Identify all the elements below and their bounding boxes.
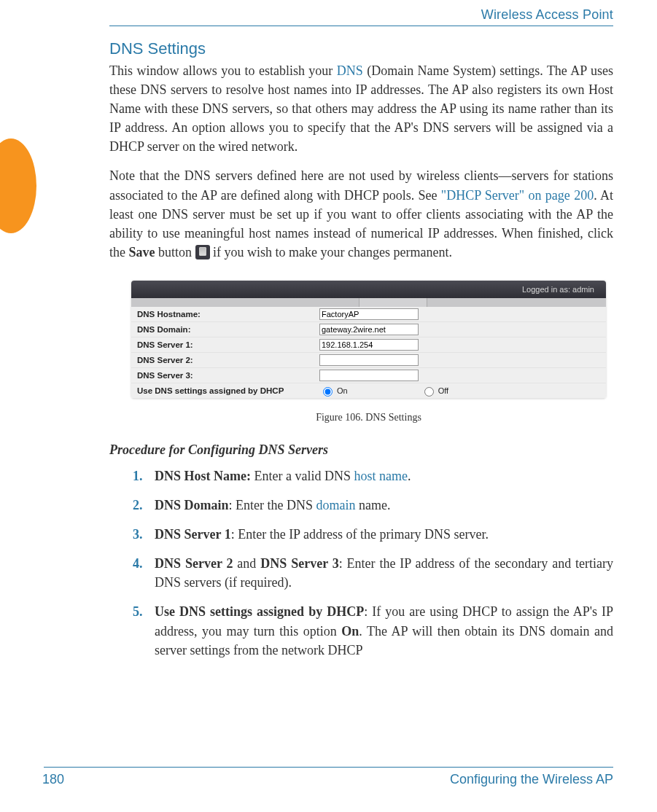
lbl-dns-server-1: DNS Server 1:	[131, 340, 319, 349]
s3-bold: DNS Server 1	[155, 527, 231, 542]
radio-off-label: Off	[438, 386, 448, 395]
s4-bold: DNS Server 2	[155, 556, 233, 571]
proc-step-2: DNS Domain: Enter the DNS domain name.	[155, 496, 613, 515]
radio-on-wrap[interactable]: On	[319, 385, 348, 397]
figure-106: Logged in as: admin DNS Hostname: DNS Do…	[131, 281, 606, 423]
s1-bold: DNS Host Name:	[155, 469, 251, 483]
proc-step-5: Use DNS settings assigned by DHCP: If yo…	[155, 602, 613, 659]
dns-settings-screenshot: Logged in as: admin DNS Hostname: DNS Do…	[131, 281, 606, 399]
procedure-heading: Procedure for Configuring DNS Servers	[109, 442, 613, 458]
running-header: Wireless Access Point	[109, 7, 613, 26]
input-dns-server-2[interactable]	[319, 354, 419, 366]
lbl-dns-hostname: DNS Hostname:	[131, 310, 319, 319]
s2-t2: name.	[356, 498, 391, 512]
radio-off[interactable]	[424, 387, 434, 397]
row-dns-server-2: DNS Server 2:	[131, 353, 606, 368]
s2-bold: DNS Domain	[155, 498, 229, 512]
lbl-dns-server-2: DNS Server 2:	[131, 356, 319, 364]
figure-caption: Figure 106. DNS Settings	[131, 412, 606, 423]
input-dns-server-1[interactable]	[319, 339, 419, 351]
link-host-name[interactable]: host name	[354, 469, 408, 483]
radio-on-label: On	[337, 386, 348, 395]
s5-bold: Use DNS settings assigned by DHCP	[155, 604, 364, 619]
ui-topbar: Logged in as: admin	[131, 281, 606, 298]
section-title: DNS Settings	[109, 39, 613, 58]
s5-bold2: On	[341, 624, 359, 639]
s4-bold2: DNS Server 3	[260, 556, 338, 571]
s1-t1: Enter a valid DNS	[251, 469, 354, 483]
procedure-list: DNS Host Name: Enter a valid DNS host na…	[109, 466, 613, 660]
proc-step-1: DNS Host Name: Enter a valid DNS host na…	[155, 466, 613, 485]
s2-t1: : Enter the DNS	[229, 498, 316, 512]
save-icon	[195, 245, 210, 259]
s3-t1: : Enter the IP address of the primary DN…	[231, 527, 489, 542]
row-use-dhcp: Use DNS settings assigned by DHCP On Off	[131, 383, 606, 399]
radio-off-wrap[interactable]: Off	[421, 385, 448, 397]
p2-save-bold: Save	[129, 245, 155, 259]
footer-section: Configuring the Wireless AP	[450, 772, 613, 787]
row-dns-server-3: DNS Server 3:	[131, 368, 606, 383]
input-dns-domain[interactable]	[319, 324, 419, 335]
p1-prefix: This window allows you to establish your	[109, 63, 337, 78]
p2-t3: button	[155, 245, 195, 259]
link-dhcp-server-page[interactable]: "DHCP Server" on page 200	[441, 188, 594, 203]
link-dns[interactable]: DNS	[337, 63, 363, 78]
page-footer: 180 Configuring the Wireless AP	[44, 767, 613, 787]
lbl-use-dhcp: Use DNS settings assigned by DHCP	[131, 386, 319, 395]
proc-step-3: DNS Server 1: Enter the IP address of th…	[155, 525, 613, 544]
page-number: 180	[42, 772, 64, 787]
p2-t4: if you wish to make your changes permane…	[210, 245, 452, 259]
input-dns-server-3[interactable]	[319, 370, 419, 381]
input-dns-hostname[interactable]	[319, 308, 419, 320]
radio-on[interactable]	[323, 387, 333, 397]
paragraph-2: Note that the DNS servers defined here a…	[109, 166, 613, 261]
row-dns-hostname: DNS Hostname:	[131, 307, 606, 322]
lbl-dns-domain: DNS Domain:	[131, 325, 319, 334]
s4-mid: and	[233, 556, 260, 571]
lbl-dns-server-3: DNS Server 3:	[131, 371, 319, 380]
ui-column-head	[131, 298, 606, 307]
link-domain[interactable]: domain	[316, 498, 356, 512]
proc-step-4: DNS Server 2 and DNS Server 3: Enter the…	[155, 554, 613, 592]
paragraph-1: This window allows you to establish your…	[109, 61, 613, 156]
row-dns-domain: DNS Domain:	[131, 322, 606, 337]
s1-t2: .	[408, 469, 411, 483]
row-dns-server-1: DNS Server 1:	[131, 337, 606, 353]
